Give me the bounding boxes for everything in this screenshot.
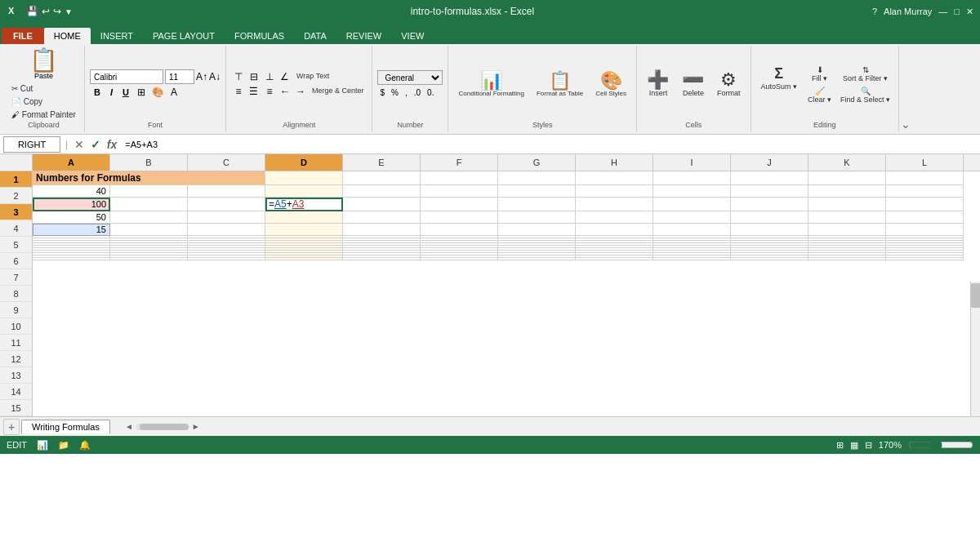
cell-f3[interactable] bbox=[421, 198, 498, 211]
border-button[interactable]: ⊞ bbox=[135, 86, 148, 99]
cell-e5[interactable] bbox=[343, 224, 421, 236]
cell-g1[interactable] bbox=[498, 171, 576, 185]
tab-formulas[interactable]: FORMULAS bbox=[225, 28, 294, 44]
customize-icon[interactable]: ▼ bbox=[65, 7, 73, 16]
undo-icon[interactable]: ↩ bbox=[42, 6, 50, 17]
row-header-14[interactable]: 14 bbox=[0, 384, 32, 400]
row-header-10[interactable]: 10 bbox=[0, 318, 32, 335]
comma-button[interactable]: , bbox=[403, 87, 410, 98]
cell-e2[interactable] bbox=[343, 185, 421, 198]
decrease-indent-button[interactable]: ← bbox=[278, 85, 292, 98]
cell-D15[interactable] bbox=[265, 258, 343, 260]
wrap-text-button[interactable]: Wrap Text bbox=[293, 70, 332, 83]
tab-home[interactable]: HOME bbox=[44, 28, 91, 44]
cell-c3[interactable] bbox=[188, 198, 265, 211]
align-bottom-button[interactable]: ⊥ bbox=[262, 70, 277, 83]
confirm-formula-icon[interactable]: ✓ bbox=[89, 138, 102, 151]
cancel-formula-icon[interactable]: ✕ bbox=[73, 138, 86, 151]
col-header-a[interactable]: A bbox=[33, 154, 110, 171]
cell-a1[interactable]: Numbers for Formulas bbox=[33, 171, 265, 185]
row-header-11[interactable]: 11 bbox=[0, 335, 32, 351]
formula-bar-input[interactable] bbox=[122, 139, 977, 150]
tab-data[interactable]: DATA bbox=[294, 28, 336, 44]
col-header-c[interactable]: C bbox=[188, 154, 265, 171]
row-header-5[interactable]: 5 bbox=[0, 237, 32, 253]
align-middle-button[interactable]: ⊟ bbox=[247, 70, 261, 83]
cell-k3[interactable] bbox=[808, 198, 886, 211]
cell-l3[interactable] bbox=[886, 198, 964, 211]
row-header-1[interactable]: 1 bbox=[0, 171, 32, 188]
cell-j4[interactable] bbox=[731, 211, 808, 224]
cell-k5[interactable] bbox=[808, 224, 886, 236]
cell-d1[interactable] bbox=[265, 171, 343, 185]
cell-d5[interactable] bbox=[265, 224, 343, 236]
col-header-i[interactable]: I bbox=[653, 154, 731, 171]
redo-icon[interactable]: ↪ bbox=[53, 6, 61, 17]
cell-i5[interactable] bbox=[653, 224, 731, 236]
cell-i2[interactable] bbox=[653, 185, 731, 198]
row-header-13[interactable]: 13 bbox=[0, 367, 32, 384]
cell-f1[interactable] bbox=[421, 171, 498, 185]
cell-I15[interactable] bbox=[653, 258, 731, 260]
help-button[interactable]: ? bbox=[872, 7, 877, 16]
sheet-tab-writing-formulas[interactable]: Writing Formulas bbox=[21, 420, 110, 433]
cell-c4[interactable] bbox=[188, 211, 265, 224]
col-header-h[interactable]: H bbox=[576, 154, 653, 171]
cell-L15[interactable] bbox=[886, 258, 964, 260]
underline-button[interactable]: U bbox=[118, 86, 133, 99]
cell-j3[interactable] bbox=[731, 198, 808, 211]
cell-h4[interactable] bbox=[576, 211, 653, 224]
cell-g4[interactable] bbox=[498, 211, 576, 224]
percent-button[interactable]: % bbox=[389, 87, 401, 98]
view-page-layout-icon[interactable]: ▦ bbox=[850, 440, 858, 451]
cell-a4[interactable]: 50 bbox=[33, 211, 110, 224]
tab-view[interactable]: VIEW bbox=[391, 28, 434, 44]
cell-i3[interactable] bbox=[653, 198, 731, 211]
row-header-3[interactable]: 3 bbox=[0, 204, 32, 220]
tab-file[interactable]: FILE bbox=[2, 28, 44, 44]
cell-J15[interactable] bbox=[731, 258, 808, 260]
cell-l1[interactable] bbox=[886, 171, 964, 185]
cell-j2[interactable] bbox=[731, 185, 808, 198]
grow-font-icon[interactable]: A↑ bbox=[196, 71, 207, 82]
cell-f4[interactable] bbox=[421, 211, 498, 224]
row-header-6[interactable]: 6 bbox=[0, 253, 32, 269]
minimize-button[interactable]: — bbox=[938, 7, 947, 16]
cell-e3[interactable] bbox=[343, 198, 421, 211]
cell-l4[interactable] bbox=[886, 211, 964, 224]
fill-button[interactable]: ⬇ Fill ▾ bbox=[804, 64, 835, 84]
cell-d4[interactable] bbox=[265, 211, 343, 224]
row-header-8[interactable]: 8 bbox=[0, 286, 32, 302]
col-header-j[interactable]: J bbox=[731, 154, 808, 171]
increase-indent-button[interactable]: → bbox=[293, 85, 308, 98]
col-header-l[interactable]: L bbox=[886, 154, 964, 171]
cell-l2[interactable] bbox=[886, 185, 964, 198]
align-left-button[interactable]: ≡ bbox=[231, 85, 246, 98]
cell-b4[interactable] bbox=[110, 211, 188, 224]
format-as-table-button[interactable]: 📋 Format as Table bbox=[532, 70, 588, 99]
view-page-break-icon[interactable]: ⊟ bbox=[865, 440, 872, 451]
italic-button[interactable]: I bbox=[106, 86, 117, 99]
cell-c2[interactable] bbox=[188, 185, 265, 198]
sort-filter-button[interactable]: ⇅ Sort & Filter ▾ bbox=[837, 64, 893, 84]
cell-h1[interactable] bbox=[576, 171, 653, 185]
add-sheet-button[interactable]: + bbox=[3, 419, 20, 435]
cell-k2[interactable] bbox=[808, 185, 886, 198]
cell-d2[interactable] bbox=[265, 185, 343, 198]
scroll-left-icon[interactable]: ◄ bbox=[125, 422, 133, 431]
paste-button[interactable]: 📋 Paste bbox=[8, 47, 79, 82]
col-header-d[interactable]: D bbox=[265, 154, 343, 171]
cell-b5[interactable] bbox=[110, 224, 188, 236]
cut-button[interactable]: ✂ Cut bbox=[8, 82, 36, 95]
number-format-select[interactable]: General Number Currency Percentage bbox=[377, 70, 443, 85]
cell-e4[interactable] bbox=[343, 211, 421, 224]
cell-K15[interactable] bbox=[808, 258, 886, 260]
fill-color-button[interactable]: 🎨 bbox=[149, 86, 167, 99]
cell-h5[interactable] bbox=[576, 224, 653, 236]
cell-k1[interactable] bbox=[808, 171, 886, 185]
cell-e1[interactable] bbox=[343, 171, 421, 185]
row-header-15[interactable]: 15 bbox=[0, 400, 32, 416]
h-scrollbar-thumb[interactable] bbox=[140, 424, 189, 430]
col-header-g[interactable]: G bbox=[498, 154, 576, 171]
font-name-input[interactable] bbox=[90, 69, 163, 84]
